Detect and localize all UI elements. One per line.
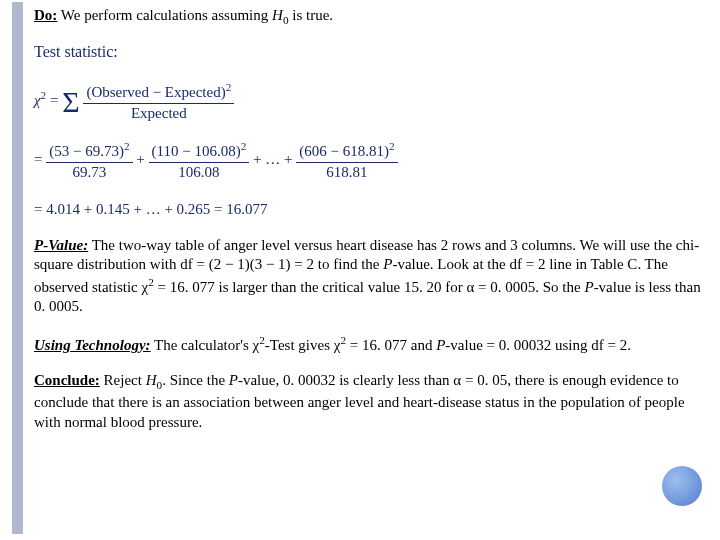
con-t2: . Since the — [162, 372, 229, 388]
con-P: P — [229, 372, 238, 388]
t1-num: (53 − 69.73) — [49, 143, 124, 159]
def-den: Expected — [83, 104, 234, 124]
term3: (606 − 618.81)2 618.81 — [296, 139, 397, 182]
eq-sign: = — [46, 92, 62, 108]
t3-sq: 2 — [389, 140, 395, 152]
tech-t2: -Test gives — [265, 337, 334, 353]
do-line: Do: We perform calculations assuming H0 … — [34, 6, 702, 28]
pv-t3: = 16. 077 is larger than the critical va… — [154, 279, 585, 295]
term2: (110 − 106.08)2 106.08 — [149, 139, 250, 182]
exp-eq: = — [34, 151, 46, 167]
def-num-sq: 2 — [226, 81, 232, 93]
def-num: (Observed − Expected) — [86, 84, 225, 100]
t3-num: (606 − 618.81) — [299, 143, 389, 159]
t1-den: 69.73 — [46, 163, 132, 183]
left-bar-inner — [20, 2, 23, 534]
pvalue-label: P-Value: — [34, 237, 88, 253]
result-line: = 4.014 + 0.145 + … + 0.265 = 16.077 — [34, 200, 702, 220]
chi-square-definition: χ2 = Σ (Observed − Expected)2 Expected — [34, 80, 702, 123]
t2-num: (110 − 106.08) — [152, 143, 241, 159]
do-label: Do: — [34, 7, 57, 23]
term1: (53 − 69.73)2 69.73 — [46, 139, 132, 182]
conclude-paragraph: Conclude: Reject H0. Since the P-value, … — [34, 371, 702, 432]
t1-sq: 2 — [124, 140, 130, 152]
do-text-b: is true. — [289, 7, 334, 23]
tech-t3: = 16. 077 and — [346, 337, 436, 353]
do-text-a: We perform calculations assuming — [57, 7, 272, 23]
do-H: H — [272, 7, 283, 23]
t2-den: 106.08 — [149, 163, 250, 183]
formula-block: Test statistic: χ2 = Σ (Observed − Expec… — [34, 28, 702, 220]
left-bar-outer — [12, 2, 20, 534]
sigma-icon: Σ — [62, 87, 79, 117]
expanded-terms: = (53 − 69.73)2 69.73 + (110 − 106.08)2 … — [34, 139, 702, 182]
plus1: + — [136, 151, 148, 167]
plus2: + … + — [253, 151, 296, 167]
test-statistic-label: Test statistic: — [34, 42, 118, 63]
t3-den: 618.81 — [296, 163, 397, 183]
pv-P1: P — [383, 256, 392, 272]
con-H: H — [146, 372, 157, 388]
tech-label: Using Technology: — [34, 337, 151, 353]
con-t1: Reject — [100, 372, 146, 388]
technology-paragraph: Using Technology: The calculator's χ2-Te… — [34, 333, 702, 356]
definition-fraction: (Observed − Expected)2 Expected — [83, 80, 234, 123]
conclude-label: Conclude: — [34, 372, 100, 388]
chi-symbol: χ — [34, 92, 41, 108]
tech-t4: -value = 0. 00032 using df = 2. — [445, 337, 631, 353]
pvalue-paragraph: P-Value: The two-way table of anger leve… — [34, 236, 702, 317]
tech-P: P — [436, 337, 445, 353]
t2-sq: 2 — [241, 140, 247, 152]
slide-content: Do: We perform calculations assuming H0 … — [34, 6, 702, 534]
tech-t1: The calculator's — [151, 337, 253, 353]
pv-P2: P — [584, 279, 593, 295]
